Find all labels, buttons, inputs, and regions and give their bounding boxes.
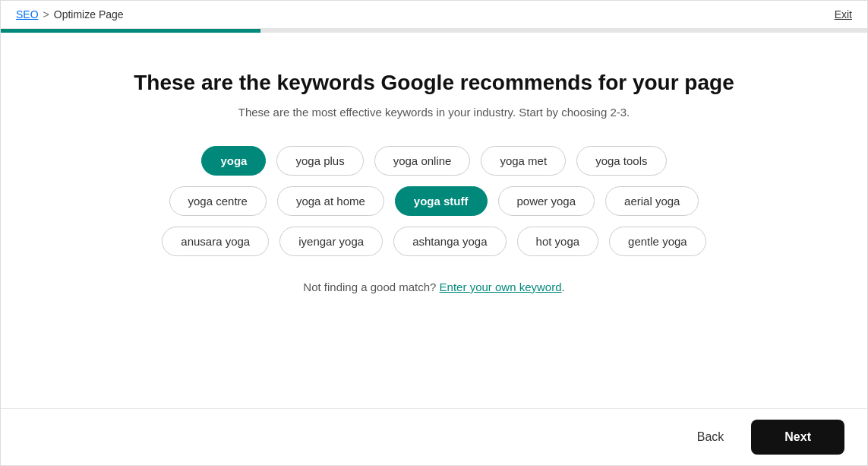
breadcrumb-separator: > [43,8,49,21]
next-button[interactable]: Next [751,420,844,455]
keyword-chip-yoga[interactable]: yoga [201,146,266,176]
keyword-chip-yoga-centre[interactable]: yoga centre [169,186,267,216]
keyword-chip-gentle-yoga[interactable]: gentle yoga [609,227,706,256]
enter-own-keyword-link[interactable]: Enter your own keyword [440,281,562,293]
keyword-chip-aerial-yoga[interactable]: aerial yoga [605,186,699,216]
keywords-row-1: yoga centreyoga at homeyoga stuffpower y… [169,186,699,216]
keyword-chip-yoga-at-home[interactable]: yoga at home [277,186,384,216]
top-bar: SEO > Optimize Page Exit [1,1,867,29]
not-finding-period: . [562,281,565,293]
keyword-chip-hot-yoga[interactable]: hot yoga [517,227,599,256]
keywords-grid: yogayoga plusyoga onlineyoga metyoga too… [162,146,705,256]
page-subtitle: These are the most effective keywords in… [238,106,630,119]
keywords-row-2: anusara yogaiyengar yogaashtanga yogahot… [162,227,705,256]
breadcrumb: SEO > Optimize Page [16,8,124,21]
keyword-chip-power-yoga[interactable]: power yoga [498,186,595,216]
main-content: These are the keywords Google recommends… [1,33,867,324]
not-finding-text: Not finding a good match? Enter your own… [303,281,564,293]
back-button[interactable]: Back [682,423,740,452]
keyword-chip-yoga-online[interactable]: yoga online [374,146,471,176]
exit-link[interactable]: Exit [835,8,852,21]
keyword-chip-yoga-tools[interactable]: yoga tools [576,146,666,176]
breadcrumb-current-page: Optimize Page [54,8,124,21]
keyword-chip-ashtanga-yoga[interactable]: ashtanga yoga [393,227,506,256]
keyword-chip-yoga-plus[interactable]: yoga plus [276,146,363,176]
keyword-chip-yoga-met[interactable]: yoga met [481,146,566,176]
bottom-bar: Back Next [1,408,867,465]
not-finding-static: Not finding a good match? [303,281,436,293]
page-title: These are the keywords Google recommends… [134,71,734,95]
keyword-chip-anusara-yoga[interactable]: anusara yoga [162,227,269,256]
breadcrumb-seo-link[interactable]: SEO [16,8,39,21]
keywords-row-0: yogayoga plusyoga onlineyoga metyoga too… [201,146,666,176]
keyword-chip-iyengar-yoga[interactable]: iyengar yoga [279,227,383,256]
keyword-chip-yoga-stuff[interactable]: yoga stuff [395,186,488,216]
